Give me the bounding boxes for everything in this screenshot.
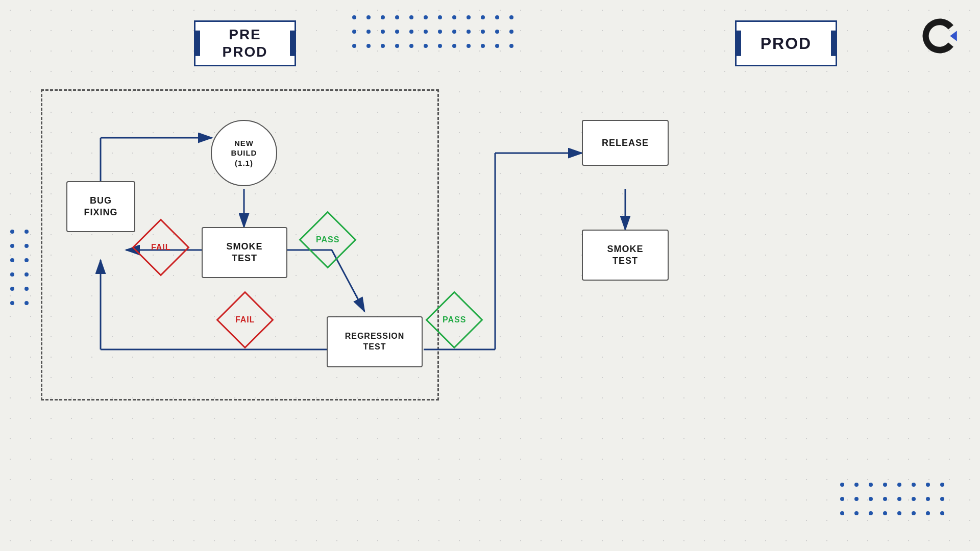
bug-fixing-label: BUG FIXING [84, 195, 117, 219]
pass-label-1: PASS [316, 235, 339, 244]
release-node: RELEASE [582, 120, 669, 166]
decorative-dots-top [347, 10, 519, 53]
new-build-node: NEW BUILD (1.1) [211, 120, 277, 186]
prod-header: PROD [735, 20, 837, 66]
fail-diamond-1: FAIL [133, 219, 189, 276]
pass-label-2: PASS [443, 315, 466, 324]
preprod-header: PRE PROD [194, 20, 296, 66]
smoke-test-prod-label: SMOKE TEST [607, 243, 643, 267]
release-label: RELEASE [602, 138, 649, 148]
smoke-test-prod-node: SMOKE TEST [582, 230, 669, 281]
fail-label-1: FAIL [151, 243, 171, 252]
pass-diamond-1: PASS [300, 212, 356, 268]
smoke-test-preprod-label: SMOKE TEST [226, 241, 262, 265]
regression-test-node: REGRESSION TEST [327, 316, 423, 367]
pass-diamond-2: PASS [426, 292, 482, 348]
company-logo [919, 14, 962, 58]
bug-fixing-node: BUG FIXING [66, 181, 135, 232]
smoke-test-preprod-node: SMOKE TEST [202, 227, 287, 278]
decorative-dots-bottom-right [835, 478, 949, 520]
svg-marker-0 [950, 31, 957, 41]
regression-test-label: REGRESSION TEST [345, 331, 405, 353]
prod-label: PROD [761, 34, 812, 53]
new-build-label: NEW BUILD (1.1) [231, 138, 257, 168]
fail-diamond-2: FAIL [217, 292, 273, 348]
decorative-dots-left [5, 224, 34, 310]
preprod-label: PRE PROD [223, 26, 268, 60]
fail-label-2: FAIL [235, 315, 255, 324]
